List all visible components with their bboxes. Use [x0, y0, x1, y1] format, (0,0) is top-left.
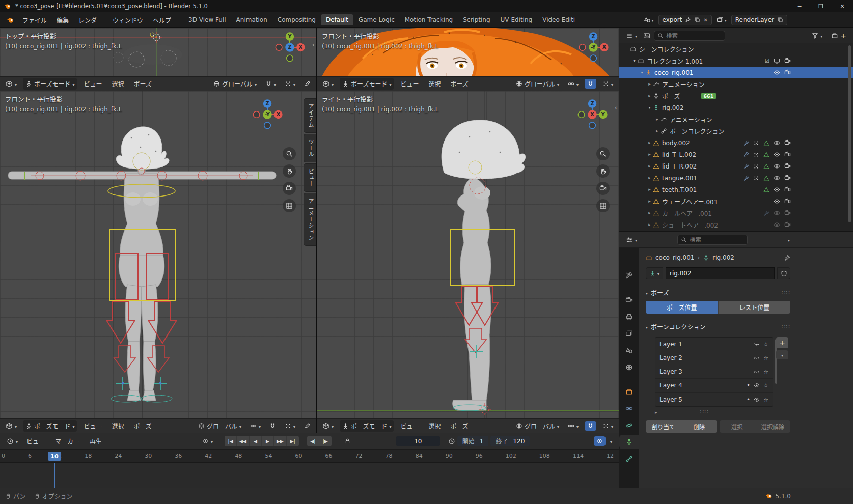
solo-icon[interactable] [763, 397, 768, 403]
hide-viewport-icon[interactable] [774, 210, 780, 216]
prev-keyframe-button[interactable]: ◀◀ [237, 436, 250, 446]
outliner-scrollbar[interactable] [848, 45, 851, 222]
visibility-closed-icon[interactable] [754, 341, 760, 347]
jump-to-start-button[interactable]: |◀ [225, 436, 237, 446]
expand-icon[interactable] [654, 129, 661, 133]
render-visibility-icon[interactable] [784, 58, 791, 64]
list-specials-dropdown[interactable] [776, 350, 788, 359]
select-menu[interactable]: 選択 [108, 78, 127, 90]
expand-icon[interactable] [646, 187, 653, 192]
pan-button[interactable] [596, 164, 610, 178]
tab-output[interactable] [619, 310, 639, 324]
disable-render-icon[interactable] [784, 221, 791, 228]
navigation-gizmo[interactable]: Z X -Y [576, 30, 611, 65]
vertex-group-icon[interactable] [753, 175, 759, 181]
tab-bone-constraints[interactable] [619, 452, 639, 466]
view-layer-button[interactable] [715, 15, 728, 24]
hide-viewport-icon[interactable] [774, 163, 780, 170]
link-icon-button[interactable] [247, 421, 263, 431]
snap-toggle[interactable] [267, 421, 279, 431]
playhead[interactable] [54, 463, 55, 488]
play-reverse-button[interactable]: ◀ [250, 436, 262, 446]
editor-type-button[interactable] [3, 421, 19, 431]
visibility-closed-icon[interactable] [754, 369, 760, 375]
assign-button[interactable]: 割り当て [646, 420, 681, 433]
mode-dropdown[interactable]: ポーズモード [23, 78, 77, 90]
disable-render-icon[interactable] [784, 163, 791, 170]
disable-render-icon[interactable] [784, 69, 791, 76]
menu-file[interactable]: ファイル [18, 14, 51, 26]
view-menu[interactable]: ビュー [80, 420, 105, 432]
mode-dropdown[interactable]: ポーズモード [23, 420, 77, 432]
gizmos-toggle[interactable] [600, 79, 616, 89]
solo-icon[interactable] [763, 382, 768, 388]
display-mode-icon[interactable] [643, 32, 650, 39]
editor-type-button[interactable] [623, 31, 640, 41]
next-keyframe-button[interactable]: ▶▶ [274, 436, 287, 446]
workspace-tab-gamelogic[interactable]: Game Logic [353, 14, 400, 25]
expand-icon[interactable] [631, 59, 638, 63]
view-menu[interactable]: ビュー [397, 420, 422, 432]
hide-viewport-icon[interactable] [774, 186, 780, 193]
outliner-row-wave-hair[interactable]: ウェーブヘアー.001 [619, 195, 853, 207]
hide-viewport-icon[interactable] [774, 198, 780, 205]
outliner-row-short-hair[interactable]: ショートヘアー.002 [619, 219, 853, 231]
app-menu-button[interactable] [4, 15, 17, 25]
new-collection-button[interactable] [829, 31, 849, 41]
outliner-row-collection[interactable]: コレクション 1.001 ☑ [619, 55, 853, 67]
new-scene-icon[interactable] [694, 17, 700, 23]
frame-start-field[interactable]: 開始1 [457, 436, 489, 446]
viewport-top-right[interactable]: フロント・平行投影 (10) coco_rig.001 | rig.002 : … [317, 28, 619, 91]
disable-render-icon[interactable] [784, 151, 791, 158]
rest-position-button[interactable]: レスト位置 [718, 301, 791, 314]
outliner-row-animation[interactable]: アニメーション [619, 78, 853, 90]
viewport-canvas[interactable] [0, 28, 316, 76]
maximize-button[interactable]: ❐ [810, 0, 832, 12]
editor-type-button[interactable] [623, 235, 640, 245]
modifier-icon[interactable] [743, 175, 749, 181]
timeline-track[interactable] [0, 463, 619, 488]
viewport-canvas[interactable] [317, 91, 619, 418]
tab-object-data[interactable] [619, 435, 639, 449]
gizmos-toggle[interactable] [282, 421, 298, 431]
viewport-visibility-icon[interactable] [774, 58, 780, 64]
disable-render-icon[interactable] [784, 198, 791, 205]
visibility-icon[interactable] [754, 397, 760, 403]
solo-icon[interactable] [763, 355, 768, 361]
expand-icon[interactable] [646, 176, 653, 180]
bone-collection-row[interactable]: Layer 4 [655, 379, 773, 393]
disable-render-icon[interactable] [784, 210, 791, 216]
expand-icon[interactable] [646, 164, 653, 169]
gizmos-toggle[interactable] [282, 79, 298, 89]
menu-edit[interactable]: 編集 [52, 14, 73, 26]
expand-icon[interactable] [646, 106, 653, 110]
workspace-tab-3dviewfull[interactable]: 3D View Full [183, 14, 231, 25]
annotate-tool-button[interactable] [301, 79, 313, 89]
prev-frame-button[interactable]: ◀| [307, 436, 319, 446]
data-name-field[interactable] [666, 267, 775, 279]
modifier-icon[interactable] [743, 163, 749, 170]
viewport-top-left[interactable]: トップ・平行投影 (10) coco_rig.001 | rig.002 : t… [0, 28, 316, 91]
link-icon-button[interactable] [565, 421, 581, 431]
transform-orientation-dropdown[interactable]: グローバル [513, 78, 562, 90]
tab-physics[interactable] [619, 418, 639, 432]
vertex-group-icon[interactable] [753, 140, 759, 146]
timeline-marker-menu[interactable]: マーカー [51, 435, 84, 447]
exclude-checkbox[interactable]: ☑ [765, 58, 769, 64]
pose-menu[interactable]: ポーズ [130, 78, 154, 90]
sidebar-tab-tool[interactable]: ツール [304, 134, 316, 162]
workspace-tab-uvediting[interactable]: UV Editing [496, 14, 538, 25]
navigation-gizmo[interactable]: Y X Z [272, 30, 307, 65]
toggle-perspective-button[interactable] [283, 199, 296, 212]
keying-set-dropdown[interactable] [200, 436, 215, 446]
solo-icon[interactable] [763, 369, 768, 375]
unlink-scene-icon[interactable] [703, 17, 707, 23]
mesh-data-icon[interactable] [763, 187, 769, 193]
outliner-row-animation[interactable]: アニメーション [619, 114, 853, 125]
remove-button[interactable]: 削除 [681, 420, 717, 433]
bone-collection-row[interactable]: Layer 5 [655, 393, 773, 406]
tab-view-layer[interactable] [619, 326, 639, 341]
workspace-tab-animation[interactable]: Animation [231, 14, 272, 25]
camera-view-button[interactable] [283, 182, 296, 195]
filter-button[interactable] [809, 31, 825, 40]
